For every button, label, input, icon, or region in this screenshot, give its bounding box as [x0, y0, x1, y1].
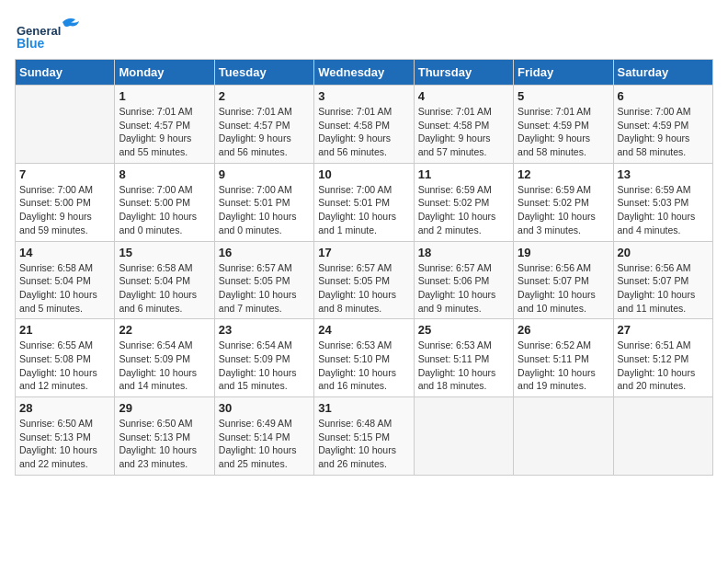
day-number: 23: [219, 323, 310, 337]
day-number: 25: [418, 323, 509, 337]
calendar-week-1: 1Sunrise: 7:01 AMSunset: 4:57 PMDaylight…: [16, 86, 713, 164]
day-info: Sunrise: 7:00 AMSunset: 5:00 PMDaylight:…: [19, 183, 110, 237]
day-info: Sunrise: 6:57 AMSunset: 5:05 PMDaylight:…: [219, 261, 310, 316]
calendar-cell: 1Sunrise: 7:01 AMSunset: 4:57 PMDaylight…: [115, 86, 214, 164]
calendar-cell: [414, 397, 513, 476]
calendar-cell: 18Sunrise: 6:57 AMSunset: 5:06 PMDayligh…: [414, 241, 513, 319]
day-number: 7: [19, 167, 110, 181]
calendar-cell: 31Sunrise: 6:48 AMSunset: 5:15 PMDayligh…: [314, 397, 414, 476]
day-number: 6: [618, 89, 709, 103]
calendar-cell: 3Sunrise: 7:01 AMSunset: 4:58 PMDaylight…: [314, 86, 414, 164]
day-number: 2: [219, 89, 310, 103]
day-number: 30: [219, 401, 310, 415]
calendar-cell: 26Sunrise: 6:52 AMSunset: 5:11 PMDayligh…: [514, 319, 613, 397]
day-info: Sunrise: 7:00 AMSunset: 5:01 PMDaylight:…: [219, 183, 310, 237]
day-info: Sunrise: 6:59 AMSunset: 5:03 PMDaylight:…: [618, 183, 709, 237]
calendar-cell: [16, 86, 115, 164]
calendar-week-5: 28Sunrise: 6:50 AMSunset: 5:13 PMDayligh…: [16, 397, 713, 476]
calendar-week-4: 21Sunrise: 6:55 AMSunset: 5:08 PMDayligh…: [16, 319, 713, 397]
calendar-cell: 10Sunrise: 7:00 AMSunset: 5:01 PMDayligh…: [314, 163, 414, 241]
logo: General Blue: [15, 15, 88, 52]
day-info: Sunrise: 6:57 AMSunset: 5:06 PMDaylight:…: [418, 261, 509, 316]
calendar-cell: 25Sunrise: 6:53 AMSunset: 5:11 PMDayligh…: [414, 319, 513, 397]
day-number: 1: [119, 89, 210, 103]
calendar-cell: 24Sunrise: 6:53 AMSunset: 5:10 PMDayligh…: [314, 319, 414, 397]
day-number: 12: [518, 167, 609, 181]
header-monday: Monday: [115, 60, 214, 86]
day-number: 26: [518, 323, 609, 337]
svg-text:Blue: Blue: [17, 36, 45, 51]
day-info: Sunrise: 6:53 AMSunset: 5:10 PMDaylight:…: [318, 339, 409, 393]
day-info: Sunrise: 6:53 AMSunset: 5:11 PMDaylight:…: [418, 339, 509, 393]
calendar-cell: 2Sunrise: 7:01 AMSunset: 4:57 PMDaylight…: [214, 86, 313, 164]
day-number: 31: [318, 401, 409, 415]
day-number: 14: [19, 246, 110, 259]
day-number: 10: [318, 167, 409, 181]
day-number: 13: [618, 167, 709, 181]
day-number: 21: [19, 323, 110, 337]
day-info: Sunrise: 7:00 AMSunset: 4:59 PMDaylight:…: [618, 105, 709, 159]
header-tuesday: Tuesday: [214, 60, 313, 86]
day-number: 16: [219, 246, 310, 259]
header-wednesday: Wednesday: [314, 60, 414, 86]
calendar-cell: 20Sunrise: 6:56 AMSunset: 5:07 PMDayligh…: [613, 241, 712, 319]
calendar-cell: 4Sunrise: 7:01 AMSunset: 4:58 PMDaylight…: [414, 86, 513, 164]
calendar-table: SundayMondayTuesdayWednesdayThursdayFrid…: [15, 59, 713, 476]
calendar-cell: 11Sunrise: 6:59 AMSunset: 5:02 PMDayligh…: [414, 163, 513, 241]
calendar-cell: 8Sunrise: 7:00 AMSunset: 5:00 PMDaylight…: [115, 163, 214, 241]
day-number: 5: [518, 89, 609, 103]
logo-svg: General Blue: [15, 15, 88, 52]
page-header: General Blue: [15, 15, 713, 52]
day-number: 17: [318, 246, 409, 259]
day-info: Sunrise: 6:48 AMSunset: 5:15 PMDaylight:…: [318, 417, 409, 471]
calendar-header-row: SundayMondayTuesdayWednesdayThursdayFrid…: [16, 60, 713, 86]
day-info: Sunrise: 6:54 AMSunset: 5:09 PMDaylight:…: [219, 339, 310, 393]
day-number: 3: [318, 89, 409, 103]
calendar-cell: 7Sunrise: 7:00 AMSunset: 5:00 PMDaylight…: [16, 163, 115, 241]
calendar-cell: 13Sunrise: 6:59 AMSunset: 5:03 PMDayligh…: [613, 163, 712, 241]
calendar-cell: 14Sunrise: 6:58 AMSunset: 5:04 PMDayligh…: [16, 241, 115, 319]
header-sunday: Sunday: [16, 60, 115, 86]
day-info: Sunrise: 6:55 AMSunset: 5:08 PMDaylight:…: [19, 339, 110, 393]
day-info: Sunrise: 7:01 AMSunset: 4:57 PMDaylight:…: [219, 105, 310, 159]
day-info: Sunrise: 6:58 AMSunset: 5:04 PMDaylight:…: [119, 261, 210, 316]
calendar-cell: 17Sunrise: 6:57 AMSunset: 5:05 PMDayligh…: [314, 241, 414, 319]
calendar-cell: [514, 397, 613, 476]
calendar-cell: 21Sunrise: 6:55 AMSunset: 5:08 PMDayligh…: [16, 319, 115, 397]
day-number: 24: [318, 323, 409, 337]
day-info: Sunrise: 6:56 AMSunset: 5:07 PMDaylight:…: [518, 261, 609, 316]
calendar-week-3: 14Sunrise: 6:58 AMSunset: 5:04 PMDayligh…: [16, 241, 713, 319]
day-info: Sunrise: 6:50 AMSunset: 5:13 PMDaylight:…: [19, 417, 110, 471]
day-info: Sunrise: 7:00 AMSunset: 5:01 PMDaylight:…: [318, 183, 409, 237]
day-info: Sunrise: 6:49 AMSunset: 5:14 PMDaylight:…: [219, 417, 310, 471]
day-info: Sunrise: 7:01 AMSunset: 4:57 PMDaylight:…: [119, 105, 210, 159]
calendar-cell: 16Sunrise: 6:57 AMSunset: 5:05 PMDayligh…: [214, 241, 313, 319]
calendar-cell: 12Sunrise: 6:59 AMSunset: 5:02 PMDayligh…: [514, 163, 613, 241]
day-info: Sunrise: 7:01 AMSunset: 4:58 PMDaylight:…: [418, 105, 509, 159]
day-info: Sunrise: 7:01 AMSunset: 4:58 PMDaylight:…: [318, 105, 409, 159]
day-number: 18: [418, 246, 509, 259]
calendar-cell: 19Sunrise: 6:56 AMSunset: 5:07 PMDayligh…: [514, 241, 613, 319]
day-info: Sunrise: 6:56 AMSunset: 5:07 PMDaylight:…: [618, 261, 709, 316]
calendar-cell: 5Sunrise: 7:01 AMSunset: 4:59 PMDaylight…: [514, 86, 613, 164]
calendar-cell: 30Sunrise: 6:49 AMSunset: 5:14 PMDayligh…: [214, 397, 313, 476]
day-info: Sunrise: 7:01 AMSunset: 4:59 PMDaylight:…: [518, 105, 609, 159]
day-number: 22: [119, 323, 210, 337]
day-number: 28: [19, 401, 110, 415]
calendar-cell: 22Sunrise: 6:54 AMSunset: 5:09 PMDayligh…: [115, 319, 214, 397]
calendar-cell: 9Sunrise: 7:00 AMSunset: 5:01 PMDaylight…: [214, 163, 313, 241]
day-info: Sunrise: 6:52 AMSunset: 5:11 PMDaylight:…: [518, 339, 609, 393]
calendar-cell: 28Sunrise: 6:50 AMSunset: 5:13 PMDayligh…: [16, 397, 115, 476]
day-info: Sunrise: 6:59 AMSunset: 5:02 PMDaylight:…: [418, 183, 509, 237]
day-number: 29: [119, 401, 210, 415]
calendar-week-2: 7Sunrise: 7:00 AMSunset: 5:00 PMDaylight…: [16, 163, 713, 241]
calendar-cell: 27Sunrise: 6:51 AMSunset: 5:12 PMDayligh…: [613, 319, 712, 397]
calendar-cell: 29Sunrise: 6:50 AMSunset: 5:13 PMDayligh…: [115, 397, 214, 476]
day-number: 15: [119, 246, 210, 259]
day-number: 27: [618, 323, 709, 337]
calendar-cell: 23Sunrise: 6:54 AMSunset: 5:09 PMDayligh…: [214, 319, 313, 397]
day-info: Sunrise: 6:51 AMSunset: 5:12 PMDaylight:…: [618, 339, 709, 393]
day-number: 20: [618, 246, 709, 259]
day-number: 11: [418, 167, 509, 181]
calendar-cell: [613, 397, 712, 476]
